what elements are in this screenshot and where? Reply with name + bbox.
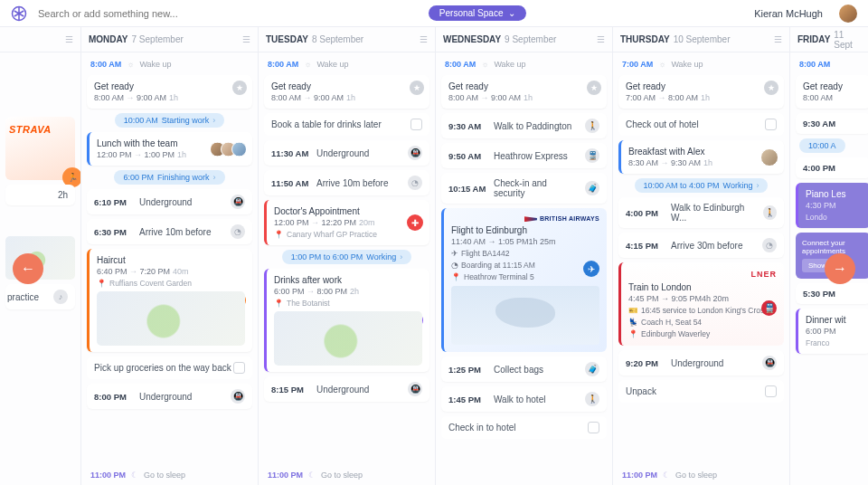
slot-row[interactable]: 2h [5, 185, 75, 205]
slot-arrive[interactable]: 11:50 AMArrive 10m before◔ [264, 170, 429, 195]
work-pill[interactable]: 10:00 AM to 4:00 PMWorking› [635, 178, 769, 193]
column-header[interactable]: MONDAY 7 September ☰ [81, 27, 258, 52]
event-card-lunch[interactable]: Lunch with the team 12:00 PM → 1:00 PM1h [87, 132, 252, 166]
chevron-right-icon: › [213, 173, 216, 182]
ticket-icon: 🎫 [628, 306, 638, 315]
event-card-drinks[interactable]: 🍸 Drinks after work 6:00 PM → 8:00 PM2h … [264, 269, 429, 372]
list-icon[interactable]: ☰ [65, 34, 73, 44]
user-avatar[interactable] [839, 5, 857, 23]
space-name: Personal Space [439, 8, 504, 18]
slot-underground[interactable]: 8:00 PMUnderground🚇 [87, 384, 252, 409]
chevron-down-icon: ⌄ [508, 8, 515, 18]
search-input[interactable] [38, 8, 309, 19]
seat-icon: 💺 [628, 318, 638, 327]
column-header: ☰ [0, 27, 80, 52]
chevron-right-icon: › [756, 181, 759, 190]
luggage-icon: 🧳 [585, 362, 599, 376]
pin-icon: 📍 [97, 279, 107, 288]
walk-icon: 🚶 [585, 392, 599, 406]
sunrise-icon: ☼ [304, 60, 311, 69]
checkbox[interactable] [765, 385, 777, 397]
slot-underground[interactable]: 8:15 PMUnderground🚇 [264, 376, 429, 402]
day-column-wednesday: WEDNESDAY9 September☰ 8:00 AM☼Wake up ★ … [436, 27, 613, 485]
slot-bags[interactable]: 1:25 PMCollect bags🧳 [441, 357, 607, 382]
checkbox[interactable] [765, 119, 777, 130]
wake-row: 8:00 AM☼Wake up [441, 58, 607, 71]
list-icon[interactable]: ☰ [774, 34, 782, 44]
slot-row[interactable]: 9:30 AM [796, 113, 868, 134]
walk-icon: 🚶 [763, 205, 777, 220]
plane-icon: ✈ [583, 261, 599, 277]
lner-logo: LNER [751, 270, 778, 279]
moon-icon: ☾ [663, 471, 670, 480]
strava-card[interactable]: STRAVA 🏃 [5, 117, 75, 180]
work-pill[interactable]: 10:00 A [799, 138, 845, 153]
work-pill[interactable]: 6:00 PM Finishing work › [114, 170, 224, 185]
todo-item[interactable]: Pick up groceries on the way back [87, 357, 252, 379]
slot-walk[interactable]: 1:45 PMWalk to hotel🚶 [441, 386, 607, 412]
slot-row[interactable]: practice♪ [5, 284, 75, 309]
event-card-get-ready[interactable]: ★ Get ready 8:00 AM → 9:00 AM1h [264, 75, 429, 109]
todo-item[interactable]: Unpack [618, 380, 784, 403]
sunrise-icon: ☼ [127, 60, 134, 69]
day-column-tuesday: TUESDAY8 September☰ 8:00 AM☼Wake up ★ Ge… [259, 27, 436, 485]
train-icon: 🚆 [585, 148, 599, 163]
moon-icon: ☾ [131, 471, 138, 480]
todo-item[interactable]: Check in to hotel [441, 416, 607, 439]
column-header[interactable]: FRIDAY11 Sept [790, 27, 868, 52]
slot-walk[interactable]: 9:30 AMWalk to Paddington🚶 [441, 113, 607, 138]
pin-icon: 📍 [274, 230, 284, 239]
slot-arrive[interactable]: 4:15 PMArrive 30m before◔ [618, 233, 784, 258]
train-icon: 🚆 [761, 300, 777, 316]
strava-logo: STRAVA [9, 124, 71, 135]
list-icon[interactable]: ☰ [242, 34, 250, 44]
slot-underground[interactable]: 9:20 PMUnderground🚇 [618, 350, 784, 376]
event-card-dinner[interactable]: Dinner wit 6:00 PM Franco [796, 309, 868, 354]
slot-underground[interactable]: 6:10 PMUnderground🚇 [87, 189, 252, 214]
slot-express[interactable]: 9:50 AMHeathrow Express🚆 [441, 143, 607, 168]
checkbox[interactable] [410, 119, 422, 130]
slot-row[interactable]: 4:00 PM [796, 157, 868, 178]
sleep-row: 11:00 PM☾Go to sleep [264, 469, 429, 481]
todo-item[interactable]: Check out of hotel [618, 113, 784, 136]
column-header[interactable]: WEDNESDAY9 September☰ [436, 27, 612, 52]
event-card-get-ready[interactable]: ★ Get ready 7:00 AM → 8:00 AM1h [618, 75, 784, 109]
pin-icon: 📍 [274, 299, 284, 308]
slot-underground[interactable]: 11:30 AMUnderground🚇 [264, 140, 429, 166]
checkbox[interactable] [233, 362, 245, 374]
user-name[interactable]: Kieran McHugh [754, 8, 823, 19]
work-pill[interactable]: 10:00 AM Starting work › [115, 113, 225, 128]
slot-arrive[interactable]: 6:30 PMArrive 10m before◔ [87, 219, 252, 244]
app-logo-icon [11, 5, 27, 22]
sleep-row: 11:00 PM☾Go to sleep [618, 469, 784, 481]
column-header[interactable]: THURSDAY10 September☰ [613, 27, 789, 52]
pin-icon: 📍 [451, 272, 461, 281]
work-pill[interactable]: 1:00 PM to 6:00 PMWorking› [282, 250, 411, 264]
todo-item[interactable]: Book a table for drinks later [264, 113, 429, 136]
wake-row: 8:00 AM [796, 58, 868, 71]
prev-arrow-button[interactable]: ← [13, 253, 43, 284]
event-card-haircut[interactable]: ✂ Haircut 6:40 PM → 7:20 PM40m 📍Ruffians… [87, 249, 252, 352]
event-card-breakfast[interactable]: Breakfast with Alex 8:30 AM → 9:30 AM1h [618, 140, 784, 174]
list-icon[interactable]: ☰ [597, 34, 605, 44]
slot-walk[interactable]: 4:00 PMWalk to Edinburgh W...🚶 [618, 197, 784, 228]
attendee-avatars [214, 141, 247, 157]
event-card-doctor[interactable]: ✚ Doctor's Appointment 12:00 PM → 12:20 … [264, 200, 429, 245]
clock-icon: ◔ [231, 224, 245, 239]
event-card-get-ready[interactable]: ★ Get ready 8:00 AM → 9:00 AM1h [441, 75, 607, 109]
event-card-get-ready[interactable]: ★ Get ready 8:00 AM → 9:00 AM1h [87, 75, 252, 109]
checkbox[interactable] [588, 422, 599, 433]
attendee-avatar [760, 148, 778, 166]
slot-security[interactable]: 10:15 AMCheck-in and security🧳 [441, 173, 607, 204]
clock-icon: ◔ [451, 261, 458, 270]
next-arrow-button[interactable]: → [825, 253, 855, 284]
event-card-piano[interactable]: Piano Les 4:30 PM Londo [796, 183, 868, 228]
event-card-train[interactable]: LNER Train to London 4:45 PM → 9:05 PM4h… [618, 262, 784, 346]
event-card-get-ready[interactable]: Get ready 8:00 AM [796, 75, 868, 109]
space-selector[interactable]: Personal Space ⌄ [429, 5, 527, 21]
event-card-flight[interactable]: BRITISH AIRWAYS Flight to Edinburgh 11:4… [441, 208, 607, 352]
list-icon[interactable]: ☰ [420, 34, 428, 44]
map-thumbnail [97, 291, 245, 346]
slot-row[interactable]: 5:30 PM [796, 283, 868, 304]
column-header[interactable]: TUESDAY8 September☰ [259, 27, 435, 52]
